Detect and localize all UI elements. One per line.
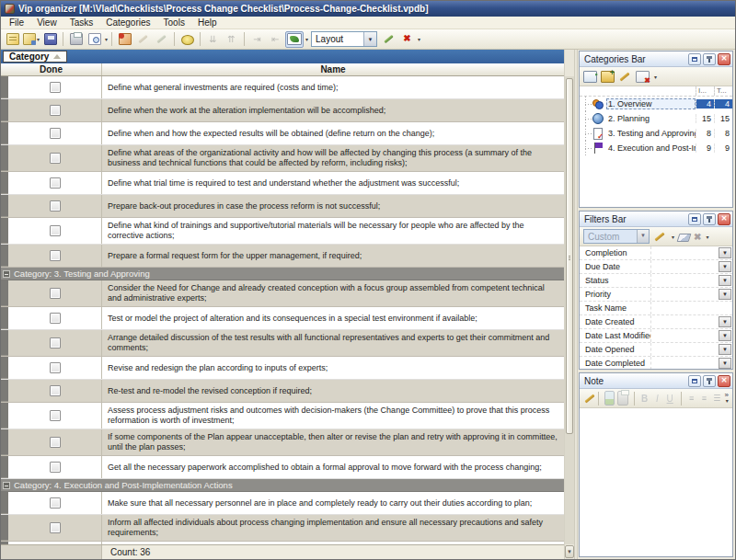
checklist-row[interactable]: Inform all affected individuals about pr… [1, 515, 564, 542]
bullet-list-button[interactable]: ☰ [712, 391, 722, 406]
underline-button[interactable]: U [665, 391, 675, 406]
filter-row[interactable]: Completion ▼ [580, 246, 732, 260]
checklist-row[interactable]: Prepare a formal request form for the up… [1, 245, 564, 268]
filter-row[interactable]: Date Created ▼ [580, 315, 732, 329]
done-checkbox[interactable] [50, 437, 61, 448]
done-checkbox[interactable] [50, 337, 61, 349]
menu-help[interactable]: Help [191, 17, 224, 28]
checklist-row[interactable]: If some components of the Plan appear un… [1, 429, 564, 456]
filter-row[interactable]: Date Last Modified ▼ [580, 329, 732, 343]
done-checkbox[interactable] [50, 497, 61, 509]
show-notes-button[interactable] [178, 31, 196, 48]
layout-select-arrow-icon[interactable]: ▼ [363, 32, 376, 46]
checklist-row[interactable]: Arrange detailed discussion of the test … [1, 330, 564, 357]
done-checkbox[interactable] [50, 362, 61, 373]
note-restore-button[interactable] [688, 375, 701, 387]
category-group-header[interactable]: Category: 4. Execution and Post-Implemen… [1, 479, 564, 492]
done-checkbox[interactable] [50, 128, 61, 139]
clear-filter-icon[interactable] [677, 234, 692, 242]
checklist-row[interactable]: Get all the necessary paperwork accompli… [1, 456, 564, 479]
filter-row[interactable]: Date Completed ▼ [580, 357, 732, 369]
checklist-row[interactable]: Define what kind of trainings and suppor… [1, 218, 564, 245]
toolbar-options-arrow-icon[interactable]: ▾ [105, 36, 108, 42]
delete-layout-button[interactable]: ✖ [398, 31, 416, 48]
scrollbar-track[interactable] [565, 76, 574, 544]
filter-dropdown-button[interactable]: ▼ [719, 289, 731, 300]
new-item-button[interactable]: ▾ [22, 31, 40, 48]
indent-button[interactable]: ⇥ [248, 31, 266, 48]
done-checkbox[interactable] [50, 250, 61, 261]
column-header-done[interactable]: Done [1, 63, 102, 75]
done-checkbox[interactable] [50, 105, 61, 116]
filter-dropdown-button[interactable]: ▼ [719, 344, 731, 355]
category-tree-item[interactable]: 3. Testing and Approving 8 8 [580, 126, 732, 141]
filters-restore-button[interactable] [688, 213, 701, 225]
tree-column-1[interactable]: I... [696, 86, 714, 96]
checklist-row[interactable]: Test or model the project of alteration … [1, 307, 564, 330]
edit-note-icon[interactable] [583, 393, 592, 405]
filter-dropdown-button[interactable]: ▼ [719, 261, 731, 272]
done-checkbox[interactable] [50, 200, 61, 211]
delete-task-button[interactable] [153, 31, 170, 48]
delete-category-icon[interactable] [636, 71, 650, 83]
categories-panel-title-bar[interactable]: Categories Bar ✕ [580, 51, 732, 67]
checklist-row[interactable]: Make sure that all necessary personnel a… [1, 492, 564, 515]
checklist-row[interactable]: Re-test and re-model the revised concept… [1, 380, 564, 403]
menu-tasks[interactable]: Tasks [63, 17, 100, 28]
categories-pin-button[interactable] [703, 53, 716, 65]
filter-dropdown-button[interactable]: ▼ [719, 247, 731, 258]
layout-options-arrow-icon[interactable]: ▾ [418, 36, 420, 42]
filters-close-button[interactable]: ✕ [718, 213, 730, 225]
done-checkbox[interactable] [50, 288, 61, 299]
checklist-row[interactable]: Define when and how the expected results… [1, 122, 564, 145]
done-checkbox[interactable] [50, 462, 61, 473]
categories-close-button[interactable]: ✕ [718, 53, 730, 65]
print-preview-button[interactable] [86, 31, 103, 48]
save-button[interactable] [41, 31, 59, 48]
group-by-category-button[interactable]: Category [3, 51, 67, 63]
checklist-row[interactable]: Prepare back-out procedures in case the … [1, 195, 564, 218]
menu-tools[interactable]: Tools [157, 17, 191, 28]
remove-filter-icon[interactable]: ✖ [694, 232, 701, 242]
insert-image-icon[interactable] [604, 391, 615, 406]
print-note-icon[interactable] [617, 391, 627, 406]
dropdown-arrow-icon[interactable]: ▾ [37, 36, 40, 42]
scrollbar-thumb[interactable] [566, 78, 573, 434]
print-button[interactable] [67, 31, 85, 48]
note-close-button[interactable]: ✕ [718, 375, 730, 387]
filters-toolbar-arrow-icon[interactable]: ▾ [706, 234, 708, 240]
checklist-row[interactable]: Assess process adjustment risks and outc… [1, 403, 564, 429]
filter-row[interactable]: Date Opened ▼ [580, 343, 732, 357]
scroll-down-button[interactable]: ▼ [565, 545, 574, 558]
align-center-button[interactable]: ≡ [699, 391, 709, 406]
layout-view-button[interactable] [285, 31, 304, 48]
apply-filter-arrow-icon[interactable]: ▾ [672, 234, 674, 240]
list-scrollbar[interactable]: ▼ [564, 50, 574, 559]
filter-preset-arrow-icon[interactable]: ▼ [637, 230, 649, 243]
note-pin-button[interactable] [703, 375, 716, 387]
edit-layout-button[interactable] [380, 31, 397, 48]
filter-row[interactable]: Task Name [580, 302, 732, 315]
category-tree-item[interactable]: 1. Overview 4 4 [580, 97, 732, 111]
outdent-button[interactable]: ⇤ [267, 31, 284, 48]
layout-select[interactable]: Layout ▼ [311, 31, 377, 47]
edit-task-button[interactable] [134, 31, 152, 48]
checklist-row[interactable]: Revise and redesign the plan according t… [1, 357, 564, 380]
collapse-icon[interactable] [3, 270, 10, 278]
add-subcategory-icon[interactable] [601, 71, 615, 83]
done-checkbox[interactable] [50, 522, 61, 533]
filter-row[interactable]: Priority ▼ [580, 288, 732, 302]
done-checkbox[interactable] [50, 313, 61, 324]
checklist-row[interactable]: Define what areas of the organizational … [1, 145, 564, 172]
collapse-icon[interactable] [3, 482, 10, 489]
checklist-row[interactable]: Define what general investments are requ… [1, 76, 564, 99]
done-checkbox[interactable] [50, 225, 61, 236]
move-up-button[interactable]: ⇈ [223, 31, 240, 48]
move-down-button[interactable]: ⇊ [204, 31, 222, 48]
done-checkbox[interactable] [50, 153, 61, 164]
italic-button[interactable]: I [652, 391, 662, 406]
category-group-header[interactable]: Category: 3. Testing and Approving [1, 268, 564, 280]
new-checklist-button[interactable] [4, 31, 21, 48]
tree-column-2[interactable]: T... [714, 86, 732, 96]
filter-row[interactable]: Due Date ▼ [580, 260, 732, 274]
